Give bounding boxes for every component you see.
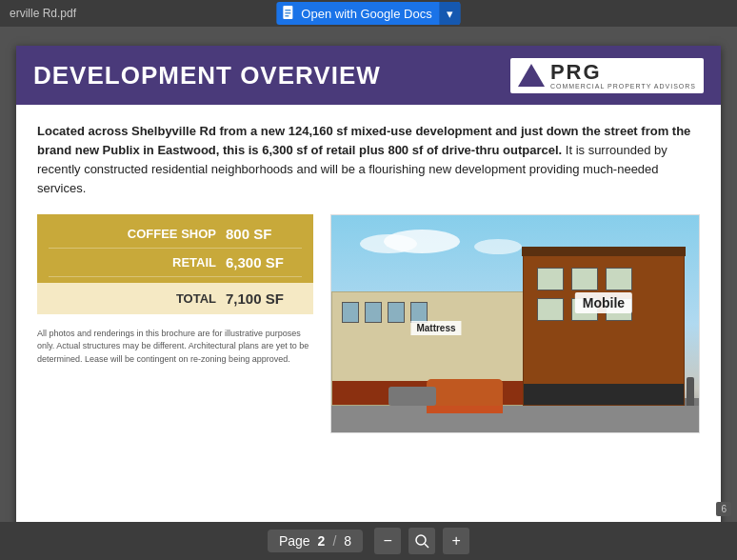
building-scene: Mattress Coffee xyxy=(331,242,699,432)
mobile-sign: Mobile xyxy=(575,292,632,313)
tab-label: erville Rd.pdf xyxy=(0,7,76,20)
page-header: DEVELOPMENT OVERVIEW PRG COMMERCIAL PROP… xyxy=(16,46,721,105)
svg-rect-1 xyxy=(285,10,290,11)
retail-value: 6,300 SF xyxy=(226,254,302,270)
current-page: 2 xyxy=(318,533,326,549)
window xyxy=(537,298,564,321)
svg-line-5 xyxy=(425,544,428,548)
total-value: 7,100 SF xyxy=(226,290,302,307)
zoom-controls: − + xyxy=(374,528,469,554)
page-navigation: Page 2 / 8 xyxy=(268,530,363,552)
stat-row-coffee: COFFEE SHOP 800 SF xyxy=(49,226,302,249)
prg-triangle-icon xyxy=(518,64,545,87)
stats-box: COFFEE SHOP 800 SF RETAIL 6,300 SF TOTAL… xyxy=(37,214,313,314)
coffee-value: 800 SF xyxy=(226,226,302,242)
page-label: Page xyxy=(279,533,310,549)
left-column: COFFEE SHOP 800 SF RETAIL 6,300 SF TOTAL… xyxy=(37,214,313,433)
prg-name: PRG xyxy=(550,62,696,83)
zoom-fit-button[interactable] xyxy=(408,528,435,554)
google-docs-icon xyxy=(282,6,295,21)
page-badge: 6 xyxy=(716,502,731,516)
bottom-bar: Page 2 / 8 − + xyxy=(0,522,737,560)
intro-paragraph: Located across Shelbyville Rd from a new… xyxy=(37,122,700,199)
roof xyxy=(522,247,686,256)
right-building: Mobile xyxy=(523,253,685,406)
retail-label: RETAIL xyxy=(49,255,226,270)
parked-car-2 xyxy=(388,387,436,406)
zoom-out-button[interactable]: − xyxy=(374,528,401,554)
right-column: Mattress Coffee xyxy=(330,214,700,433)
building-image: Mattress Coffee xyxy=(330,214,700,433)
stat-row-total: TOTAL 7,100 SF xyxy=(37,283,313,314)
open-with-label: Open with Google Docs xyxy=(297,7,439,21)
total-label: TOTAL xyxy=(49,291,226,306)
open-with-google-docs-button[interactable]: Open with Google Docs ▾ xyxy=(276,2,460,25)
parked-car xyxy=(427,379,503,406)
zoom-in-button[interactable]: + xyxy=(443,528,469,554)
prg-logo: PRG COMMERCIAL PROPERTY ADVISORS xyxy=(510,58,704,93)
svg-point-4 xyxy=(416,535,426,545)
dropdown-arrow[interactable]: ▾ xyxy=(440,2,461,25)
window xyxy=(571,268,598,290)
top-bar: erville Rd.pdf Open with Google Docs ▾ xyxy=(0,0,737,27)
total-pages: 8 xyxy=(344,533,351,549)
coffee-label: COFFEE SHOP xyxy=(49,227,226,241)
window xyxy=(606,268,632,290)
page-divider: / xyxy=(332,533,336,549)
intro-bold: Located across Shelbyville Rd from a new… xyxy=(37,124,690,157)
page-body: Located across Shelbyville Rd from a new… xyxy=(16,105,721,443)
svg-rect-2 xyxy=(285,12,290,14)
doc-container: DEVELOPMENT OVERVIEW PRG COMMERCIAL PROP… xyxy=(0,27,737,560)
page-title: DEVELOPMENT OVERVIEW xyxy=(33,61,381,90)
svg-rect-3 xyxy=(285,15,289,17)
prg-subtitle: COMMERCIAL PROPERTY ADVISORS xyxy=(550,83,696,90)
stat-row-retail: RETAIL 6,300 SF xyxy=(49,254,302,277)
disclaimer-text: All photos and renderings in this brochu… xyxy=(37,328,313,367)
person-silhouette xyxy=(687,377,694,406)
mattress-sign: Mattress xyxy=(410,321,461,335)
window xyxy=(537,268,564,290)
two-column-layout: COFFEE SHOP 800 SF RETAIL 6,300 SF TOTAL… xyxy=(37,214,700,433)
document-page: DEVELOPMENT OVERVIEW PRG COMMERCIAL PROP… xyxy=(16,46,721,541)
